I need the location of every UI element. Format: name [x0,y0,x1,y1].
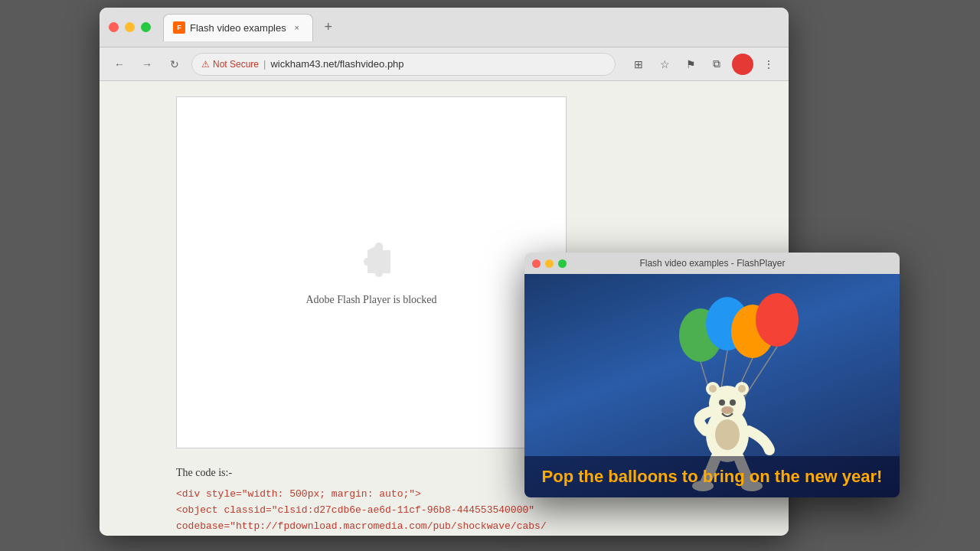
not-secure-label: Not Secure [213,59,259,70]
flash-player-titlebar: Flash video examples - FlashPlayer [524,253,900,274]
browser-actions: ⊞ ☆ ⚑ ⧉ ⋮ [628,54,779,75]
not-secure-indicator: ⚠ Not Secure [201,59,259,70]
flash-banner-text: Pop the balloons to bring on the new yea… [542,467,883,486]
tab-area: F Flash video examples × + [163,14,779,41]
flash-banner: Pop the balloons to bring on the new yea… [524,456,900,497]
tab-title: Flash video examples [190,22,286,34]
flag-button[interactable]: ⚑ [680,54,701,75]
tab-favicon: F [173,21,185,34]
profile-button[interactable] [732,54,753,75]
code-line-3: codebase="http://fpdownload.macromedia.c… [176,519,789,535]
svg-point-14 [719,399,725,406]
address-bar: ← → ↻ ⚠ Not Secure | wickham43.net/flash… [100,47,789,81]
code-line-4: id="oth_splash" [176,534,789,536]
flash-player-window: Flash video examples - FlashPlayer [524,253,900,497]
title-bar: F Flash video examples × + [100,8,789,47]
svg-point-13 [738,385,746,393]
new-tab-button[interactable]: + [318,17,339,38]
minimize-button[interactable] [125,22,135,32]
svg-point-12 [709,385,717,393]
reload-button[interactable]: ↻ [164,54,185,75]
svg-point-19 [715,419,740,450]
url-text: wickham43.net/flashvideo.php [270,58,403,70]
flash-content-area: Adobe Flash Player is blocked [176,96,567,448]
puzzle-button[interactable]: ⧉ [706,54,727,75]
maximize-button[interactable] [141,22,151,32]
warning-icon: ⚠ [201,59,210,70]
close-button[interactable] [109,22,119,32]
bookmark-button[interactable]: ☆ [654,54,675,75]
back-button[interactable]: ← [109,54,130,75]
flash-player-title: Flash video examples - FlashPlayer [533,258,892,269]
tab-close-button[interactable]: × [291,21,303,34]
menu-button[interactable]: ⋮ [758,54,779,75]
active-tab[interactable]: F Flash video examples × [163,14,313,41]
forward-button[interactable]: → [136,54,158,75]
flash-player-content: Pop the balloons to bring on the new yea… [524,274,900,497]
flash-blocked-text: Adobe Flash Player is blocked [305,294,436,306]
extensions-button[interactable]: ⊞ [628,54,649,75]
url-separator: | [263,58,266,70]
plugin-blocked-icon [348,239,394,285]
svg-point-6 [756,293,799,347]
url-bar[interactable]: ⚠ Not Secure | wickham43.net/flashvideo.… [191,53,616,76]
svg-point-16 [721,406,733,414]
svg-point-15 [730,399,736,406]
code-line-2: <object classid="clsid:d27cdb6e-ae6d-11c… [176,503,789,519]
traffic-lights [109,22,151,32]
